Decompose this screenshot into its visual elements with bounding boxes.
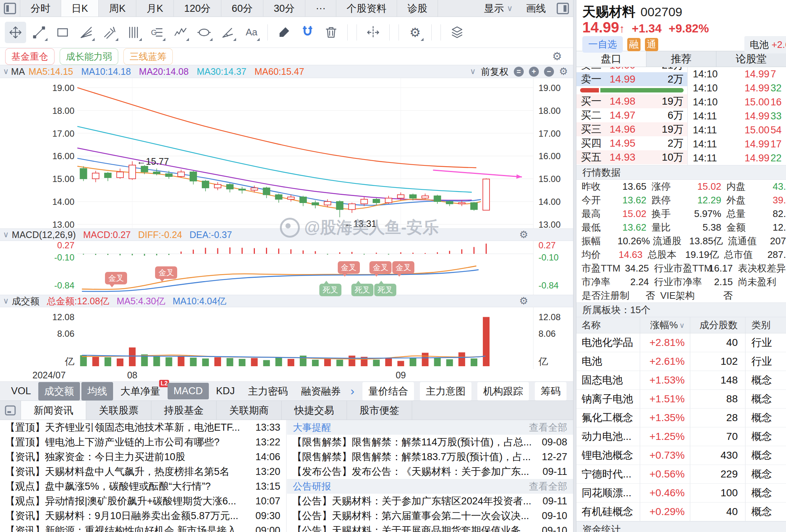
sector-row[interactable]: 宁德时代...+0.56%229概念 <box>576 465 786 484</box>
sector-row[interactable]: 锂电池概念+0.73%430概念 <box>576 446 786 465</box>
indicator-tab-MACD[interactable]: MACD <box>168 383 209 399</box>
ma-settings-gear-icon[interactable]: ⚙ <box>559 67 568 77</box>
panel-tab-推荐[interactable]: 推荐 <box>646 51 716 67</box>
col-change[interactable]: 涨幅%∨ <box>640 317 690 333</box>
news-tab-关联股票[interactable]: 关联股票 <box>86 401 151 420</box>
collapse-chevron-icon[interactable]: ∨ <box>3 296 9 306</box>
indicator-tab-筹码[interactable]: 筹码 <box>535 382 566 400</box>
order-row-buy3[interactable]: 买三14.9619万 <box>576 122 687 136</box>
period-tab-60分[interactable]: 60分 <box>221 0 263 17</box>
indicator-tab-大单净量[interactable]: 大单净量L2 <box>115 382 166 400</box>
angle-tool-icon[interactable] <box>217 22 238 43</box>
connect-badge[interactable]: 通 <box>645 38 658 51</box>
news-item[interactable]: 【公告】天赐材料：第六届董事会第二十一次会议决...09-10 <box>287 508 573 523</box>
sector-quick-tag[interactable]: 电池 +2.6 <box>744 36 786 53</box>
move-tool-icon[interactable] <box>5 22 26 43</box>
news-item[interactable]: 【发布公告】发布公告：《天赐材料：关于参加广东...09-11 <box>287 464 573 479</box>
alerts-view-all-link[interactable]: 查看全部 <box>529 421 567 434</box>
news-item[interactable]: 【观点】异动情报|澳矿股价飙升+碳酸锂期货大涨6...10:07 <box>0 494 286 508</box>
more-indicators-arrow[interactable]: › <box>351 384 355 398</box>
news-item[interactable]: 【资讯】新能源：重视结构性向好机会 新市场是接入...09:00 <box>0 523 286 532</box>
pitchfork-tool-icon[interactable] <box>99 22 120 43</box>
period-tab-分时[interactable]: 分时 <box>20 0 61 17</box>
order-row-sell1[interactable]: 卖一14.992万 <box>576 72 687 86</box>
stock-tag-基金重仓[interactable]: 基金重仓 <box>5 48 55 65</box>
period-tab-周K[interactable]: 周K <box>99 0 136 17</box>
indicator-tab-主力意图[interactable]: 主力意图 <box>420 382 471 400</box>
panel-tab-盘口[interactable]: 盘口 <box>576 51 646 67</box>
sector-row[interactable]: 固态电池+1.53%148概念 <box>576 371 786 390</box>
drawline-button[interactable]: 画线 <box>519 0 552 17</box>
news-tab-股市便签[interactable]: 股市便签 <box>347 401 412 420</box>
reports-view-all-link[interactable]: 查看全部 <box>529 480 567 493</box>
fan-tool-icon[interactable] <box>76 22 97 43</box>
news-item[interactable]: 【资讯】天赐材料：9月10日融券卖出金额5.87万元...09:30 <box>0 508 286 523</box>
margin-badge[interactable]: 融 <box>627 38 641 51</box>
trendline-tool-icon[interactable] <box>28 22 50 43</box>
period-tab-···[interactable]: ··· <box>305 0 336 17</box>
news-item[interactable]: 【资讯】天赐材料盘中人气飙升，热度榜排名第5名13:20 <box>0 464 286 479</box>
sector-row[interactable]: 动力电池...+1.25%70概念 <box>576 427 786 446</box>
panel-toggle-icon[interactable] <box>552 0 573 17</box>
stock-tag-三线蓝筹[interactable]: 三线蓝筹 <box>123 48 173 65</box>
panel-tab-论股堂[interactable]: 论股堂 <box>716 51 786 67</box>
news-item[interactable]: 【资讯】独家资金：今日主力买进前10股14:06 <box>0 449 286 464</box>
sector-row[interactable]: 电池+2.61%102行业 <box>576 352 786 371</box>
order-row-buy1[interactable]: 买一14.9819万 <box>576 94 687 108</box>
period-tab-120分[interactable]: 120分 <box>174 0 221 17</box>
order-row-sell2[interactable]: 卖二15.0021万 <box>576 67 687 72</box>
pencil-tool-icon[interactable] <box>273 22 295 43</box>
indicator-tab-机构跟踪[interactable]: 机构跟踪 <box>477 382 529 400</box>
collapse-chevron-icon[interactable]: ∨ <box>3 67 9 76</box>
period-tab-30分[interactable]: 30分 <box>263 0 305 17</box>
adjust-mode-label[interactable]: 前复权 <box>481 66 509 78</box>
indicator-tab-均线[interactable]: 均线 <box>81 382 113 400</box>
period-tab-个股资料[interactable]: 个股资料 <box>336 0 397 17</box>
sector-row[interactable]: 电池化学品+2.81%40行业 <box>576 333 786 352</box>
macd-settings-gear-icon[interactable]: ⚙ <box>519 230 573 240</box>
macd-chart[interactable]: 0.270.27-0.10-0.10-0.84-0.84金叉金叉金叉金叉金叉死叉… <box>0 241 573 295</box>
gann-tool-icon[interactable]: G <box>146 22 168 43</box>
funds-stats-header[interactable]: 资金统计 <box>576 521 786 532</box>
trash-tool-icon[interactable] <box>320 22 342 43</box>
order-row-buy2[interactable]: 买二14.976万 <box>576 108 687 122</box>
news-item[interactable]: 【观点】盘中飙涨5%，碳酸锂或酝酿“大行情”?13:15 <box>0 479 286 494</box>
stock-tag-成长能力弱[interactable]: 成长能力弱 <box>60 48 118 65</box>
news-item[interactable]: 【公告】天赐材料：关于参加广东辖区2024年投资者...09-11 <box>287 494 573 508</box>
sectors-header[interactable]: 所属板块：15个 <box>576 302 786 317</box>
indicator-tab-VOL[interactable]: VOL <box>5 383 37 399</box>
wave-tool-icon[interactable] <box>170 22 191 43</box>
window-layout-icon[interactable] <box>0 0 20 17</box>
equal-scale-button[interactable]: = <box>514 67 524 77</box>
zoom-in-button[interactable]: + <box>529 67 539 77</box>
remove-watchlist-button[interactable]: 一自选 <box>582 36 623 53</box>
sector-row[interactable]: 有机硅概念+0.29%40概念 <box>576 503 786 521</box>
display-menu-button[interactable]: 显示 ∨ <box>477 0 519 17</box>
period-tab-日K[interactable]: 日K <box>61 0 99 17</box>
collapse-chevron-icon[interactable]: ∨ <box>3 230 9 239</box>
sector-row[interactable]: 氟化工概念+1.35%28概念 <box>576 409 786 427</box>
vertical-lines-tool-icon[interactable] <box>123 22 144 43</box>
indicator-tab-KDJ[interactable]: KDJ <box>210 383 241 399</box>
news-tab-新闻资讯[interactable]: 新闻资讯 <box>21 401 86 420</box>
news-item[interactable]: 【限售解禁】限售解禁：解禁114万股(预计值)，占总...09-08 <box>287 435 573 449</box>
tags-settings-gear-icon[interactable]: ⚙ <box>552 51 562 62</box>
news-tab-快捷交易[interactable]: 快捷交易 <box>282 401 347 420</box>
indicator-tab-成交额[interactable]: 成交额 <box>38 382 80 400</box>
news-tab-持股基金[interactable]: 持股基金 <box>151 401 217 420</box>
period-tab-月K[interactable]: 月K <box>136 0 174 17</box>
news-tab-关联期商[interactable]: 关联期商 <box>217 401 282 420</box>
ellipse-tool-icon[interactable] <box>193 22 215 43</box>
news-item[interactable]: 【公告】天赐材料：关于开展商品期货套期保值业务...09-10 <box>287 523 573 532</box>
chevron-down-icon[interactable]: ∨ <box>470 67 476 76</box>
rectangle-tool-icon[interactable] <box>52 22 73 43</box>
panel-divider[interactable] <box>573 0 576 532</box>
order-row-buy5[interactable]: 买五14.9310万 <box>576 150 687 164</box>
news-item[interactable]: 【置顶】锂电池上下游产业链的上市公司有哪些?13:22 <box>0 435 286 449</box>
sector-row[interactable]: 钠离子电池+1.51%88概念 <box>576 390 786 409</box>
layers-tool-icon[interactable] <box>446 22 468 43</box>
volume-settings-gear-icon[interactable]: ⚙ <box>519 296 573 306</box>
indicator-tab-融资融券[interactable]: 融资融券 <box>295 382 347 400</box>
candlestick-chart[interactable]: 13.0013.0014.0014.0015.0015.0016.0016.00… <box>0 78 573 228</box>
order-row-buy4[interactable]: 买四14.952万 <box>576 136 687 150</box>
